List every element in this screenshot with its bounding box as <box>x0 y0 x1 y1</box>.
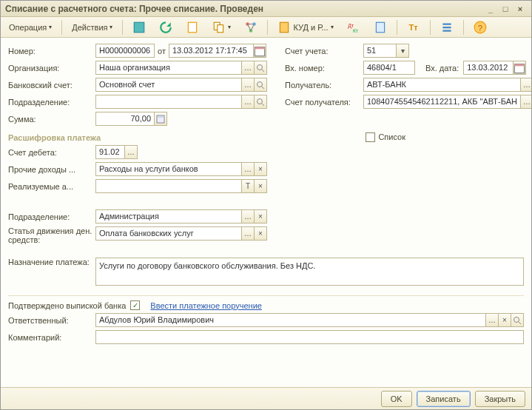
toolbar-icon-2[interactable] <box>154 19 178 36</box>
otv-label: Ответственный: <box>8 316 95 325</box>
toolbar: Операция▾ Действия▾ ▾ КУД и Р...▾ ДтКт Т… <box>1 17 531 38</box>
rasch-title: Расшифровка платежа <box>8 133 101 142</box>
operation-menu[interactable]: Операция▾ <box>4 19 57 36</box>
toolbar-dtkt[interactable]: ДтКт <box>342 19 366 36</box>
podr-input[interactable] <box>95 95 242 109</box>
comment-input[interactable] <box>95 330 524 344</box>
minimize-button[interactable]: _ <box>484 3 497 15</box>
svg-text:?: ? <box>477 23 482 32</box>
ok-button[interactable]: OK <box>381 391 412 407</box>
statya-input[interactable]: Оплата банковских услуг <box>95 226 242 241</box>
poluch-input[interactable]: АВТ-БАНК <box>363 78 521 92</box>
otv-input[interactable]: Абдулов Юрий Владимирович <box>95 313 486 327</box>
calendar-icon <box>514 62 525 74</box>
schetpol-select-button[interactable]: … <box>520 95 531 109</box>
vhnomer-input[interactable]: 46804/1 <box>363 61 415 75</box>
org-open-button[interactable] <box>254 61 267 75</box>
rasch-podr-clear-button[interactable]: × <box>254 209 267 224</box>
date-input[interactable]: 13.03.2012 17:17:45 <box>169 44 254 58</box>
toolbar-icon-5[interactable] <box>239 19 263 36</box>
realiz-label: Реализуемые а... <box>8 182 95 191</box>
summa-input[interactable]: 70,00 <box>95 112 155 126</box>
prochie-clear-button[interactable]: × <box>254 162 267 176</box>
realiz-type-button[interactable]: T <box>241 179 255 193</box>
realiz-clear-button[interactable]: × <box>254 179 267 193</box>
svg-point-29 <box>514 317 519 322</box>
maximize-button[interactable]: □ <box>499 3 512 15</box>
vhdata-input[interactable]: 13.03.2012 <box>463 61 514 75</box>
svg-line-18 <box>262 87 264 89</box>
close-footer-button[interactable]: Закрыть <box>475 391 525 407</box>
schet-dropdown-button[interactable]: ▾ <box>396 44 409 58</box>
schetdeb-input[interactable]: 91.02 <box>95 145 125 159</box>
close-button[interactable]: × <box>514 3 527 15</box>
date-picker-button[interactable] <box>253 44 266 58</box>
toolbar-list[interactable] <box>435 19 459 36</box>
realiz-input[interactable] <box>95 179 242 193</box>
ot-label: от <box>155 47 169 56</box>
prochie-select-button[interactable]: … <box>241 162 255 176</box>
podr-open-button[interactable] <box>254 95 267 109</box>
refresh-icon <box>159 21 172 34</box>
statya-select-button[interactable]: … <box>241 226 255 241</box>
bank-open-button[interactable] <box>254 78 267 92</box>
bank-input[interactable]: Основной счет <box>95 78 242 92</box>
otv-select-button[interactable]: … <box>485 313 499 327</box>
statya-label: Статья движения ден. средств: <box>8 226 95 244</box>
magnify-icon <box>256 81 265 90</box>
bank-label: Банковский счет: <box>8 81 95 90</box>
org-label: Организация: <box>8 64 95 73</box>
schetdeb-select-button[interactable]: … <box>124 145 138 159</box>
podr-select-button[interactable]: … <box>241 95 255 109</box>
svg-point-19 <box>257 98 263 104</box>
svg-rect-3 <box>218 24 223 32</box>
svg-point-17 <box>257 81 263 87</box>
statya-clear-button[interactable]: × <box>254 226 267 241</box>
org-input[interactable]: Наша организация <box>95 61 242 75</box>
window: Списание с расчетного счета: Прочее спис… <box>0 0 532 410</box>
toolbar-icon-1[interactable] <box>127 19 151 36</box>
rasch-podr-select-button[interactable]: … <box>241 209 255 224</box>
svg-rect-7 <box>280 22 289 33</box>
summa-calc-button[interactable] <box>154 112 167 126</box>
otv-clear-button[interactable]: × <box>498 313 511 327</box>
post-icon <box>132 21 146 34</box>
rasch-podr-input[interactable]: Администрация <box>95 209 242 224</box>
vhdata-label: Вх. дата: <box>415 64 463 73</box>
svg-rect-0 <box>135 22 145 33</box>
toolbar-icon-report[interactable] <box>368 19 392 36</box>
schet-input[interactable]: 51 <box>363 44 397 58</box>
org-select-button[interactable]: … <box>241 61 255 75</box>
vhdata-picker-button[interactable] <box>513 61 526 75</box>
help-icon: ? <box>474 21 487 34</box>
schetpol-label: Счет получателя: <box>285 98 363 107</box>
confirmed-label: Подтверждено выпиской банка <box>8 301 126 310</box>
poluch-select-button[interactable]: … <box>520 78 531 92</box>
footer: OK Записать Закрыть <box>1 387 531 409</box>
schetdeb-label: Счет дебета: <box>8 148 95 157</box>
nazn-textarea[interactable]: Услуги по договору банковского обслужива… <box>95 258 524 286</box>
magnify-icon <box>256 98 265 107</box>
based-on-icon <box>212 21 226 34</box>
titlebar: Списание с расчетного счета: Прочее спис… <box>1 1 531 17</box>
nomer-input[interactable]: Н0000000006 <box>95 44 155 58</box>
kud-menu[interactable]: КУД и Р...▾ <box>272 19 338 36</box>
toolbar-icon-3[interactable] <box>181 19 204 36</box>
actions-menu[interactable]: Действия▾ <box>67 19 118 36</box>
prochie-input[interactable]: Расходы на услуги банков <box>95 162 242 176</box>
enter-payment-link[interactable]: Ввести платежное поручение <box>150 301 262 310</box>
save-button[interactable]: Записать <box>417 391 471 407</box>
schet-label: Счет учета: <box>285 47 363 56</box>
confirmed-checkbox[interactable]: ✓ <box>130 300 140 310</box>
summa-label: Сумма: <box>8 115 95 124</box>
magnify-icon <box>256 64 265 73</box>
svg-text:Кт: Кт <box>353 27 358 33</box>
otv-open-button[interactable] <box>511 313 524 327</box>
bank-select-button[interactable]: … <box>241 78 255 92</box>
toolbar-help[interactable]: ? <box>468 19 492 36</box>
toolbar-tt[interactable]: Тт <box>402 19 425 36</box>
spisok-checkbox[interactable] <box>366 132 375 142</box>
svg-rect-1 <box>189 22 197 33</box>
schetpol-input[interactable]: 10840745545462112211, АКБ "АВТ-БАН <box>363 95 521 109</box>
toolbar-icon-4[interactable]: ▾ <box>207 19 236 36</box>
